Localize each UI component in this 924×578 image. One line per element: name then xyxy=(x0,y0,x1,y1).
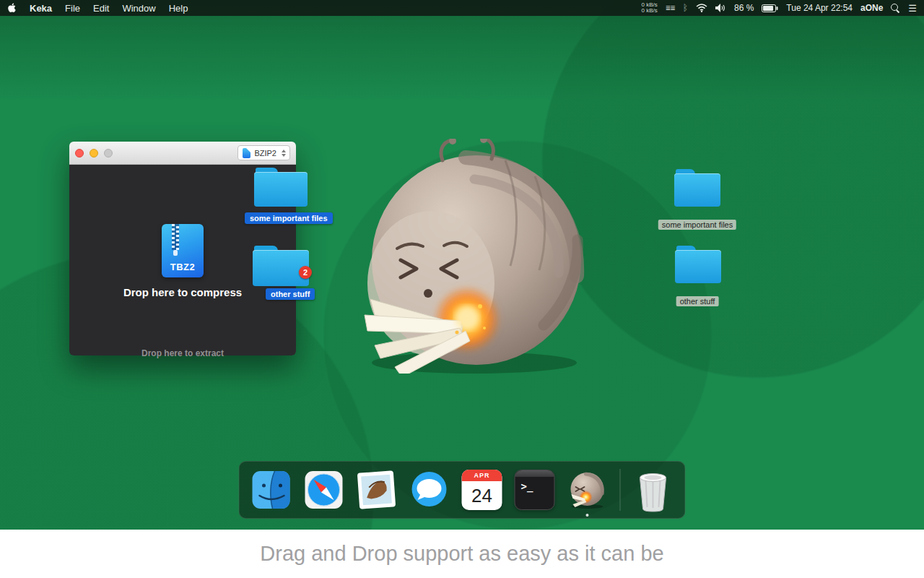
archive-type-label: TBZ2 xyxy=(162,262,204,272)
menu-clock[interactable]: Tue 24 Apr 22:54 xyxy=(786,3,853,13)
zipper-decoration xyxy=(172,224,179,250)
desktop-folder-label: other stuff xyxy=(676,296,719,306)
network-speed-indicator[interactable]: 0 kB/s 0 kB/s xyxy=(641,2,657,14)
battery-icon[interactable] xyxy=(762,4,778,12)
volume-icon[interactable] xyxy=(715,4,726,12)
terminal-prompt-glyph: >_ xyxy=(521,480,533,492)
dock-safari-icon[interactable] xyxy=(304,470,344,510)
drag-count-badge: 2 xyxy=(299,266,312,279)
zoom-button xyxy=(104,149,113,158)
dock: APR 24 >_ xyxy=(239,461,686,519)
desktop-folder-important-files[interactable] xyxy=(674,169,720,207)
caption-text: Drag and Drop support as easy as it can … xyxy=(260,542,663,566)
running-indicator-dot xyxy=(586,514,589,517)
minimize-button[interactable] xyxy=(90,149,98,158)
dock-trash-icon[interactable] xyxy=(633,470,674,510)
caption-bar: Drag and Drop support as easy as it can … xyxy=(0,530,924,578)
dragged-folder-important-files[interactable] xyxy=(254,168,308,207)
window-titlebar[interactable]: BZIP2 xyxy=(69,142,296,165)
dock-finder-icon[interactable] xyxy=(251,470,292,510)
close-button[interactable] xyxy=(75,149,84,158)
apple-menu-icon[interactable] xyxy=(7,3,17,14)
menu-username[interactable]: aONe xyxy=(860,3,883,13)
format-dropdown-value: BZIP2 xyxy=(254,149,276,158)
spotlight-search-icon[interactable] xyxy=(891,4,900,13)
dock-mail-icon[interactable] xyxy=(357,470,397,510)
dock-terminal-icon[interactable]: >_ xyxy=(515,470,555,510)
battery-percent-label: 86 % xyxy=(734,3,754,13)
wifi-icon[interactable] xyxy=(696,4,707,12)
net-down-label: 0 kB/s xyxy=(641,8,657,14)
keka-mascot-illustration xyxy=(357,139,588,376)
traffic-lights xyxy=(75,149,113,158)
compress-drop-label: Drop here to compress xyxy=(69,286,296,298)
desktop-folder-other-stuff[interactable] xyxy=(675,246,721,283)
menu-bar: Keka File Edit Window Help 0 kB/s 0 kB/s… xyxy=(0,0,924,16)
dropdown-chevrons-icon xyxy=(282,150,286,157)
dock-calendar-icon[interactable]: APR 24 xyxy=(462,470,502,510)
dock-messages-icon[interactable] xyxy=(409,470,450,510)
menu-app-name[interactable]: Keka xyxy=(30,3,52,14)
format-doc-icon xyxy=(243,148,250,158)
extract-drop-label: Drop here to extract xyxy=(69,348,296,358)
bluetooth-icon[interactable]: ᛒ xyxy=(683,3,688,13)
calendar-day-label: 24 xyxy=(462,481,502,510)
notification-center-icon[interactable]: ☰ xyxy=(908,3,917,14)
menu-window[interactable]: Window xyxy=(122,3,155,14)
dragged-folder-label: some important files xyxy=(245,212,333,224)
network-graph-icon[interactable]: ≣≣ xyxy=(666,4,675,12)
menu-help[interactable]: Help xyxy=(169,3,188,14)
format-dropdown[interactable]: BZIP2 xyxy=(237,145,290,160)
menu-edit[interactable]: Edit xyxy=(93,3,109,14)
dragged-folder-label: other stuff xyxy=(266,288,315,300)
dock-keka-icon[interactable] xyxy=(567,470,608,510)
menu-file[interactable]: File xyxy=(65,3,80,14)
dragged-folder-other-stuff[interactable] xyxy=(253,246,309,286)
desktop-folder-label: some important files xyxy=(658,220,736,230)
dock-separator xyxy=(620,469,621,511)
calendar-month-label: APR xyxy=(462,470,502,481)
archive-file-icon: TBZ2 xyxy=(162,224,204,277)
